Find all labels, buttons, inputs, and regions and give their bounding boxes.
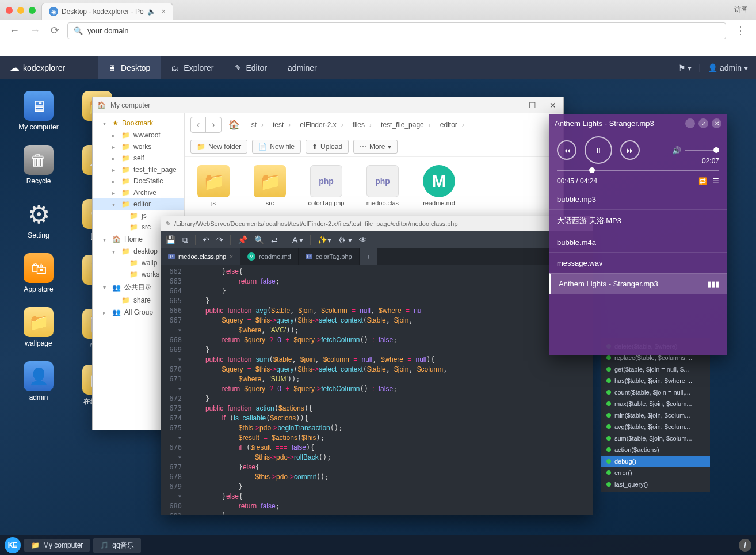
window-close-dot[interactable] bbox=[6, 7, 13, 14]
player-expand-icon[interactable]: ⤢ bbox=[698, 118, 708, 128]
file-item[interactable]: 📁js bbox=[193, 165, 234, 206]
home-icon[interactable]: 🏠 bbox=[225, 119, 243, 130]
breadcrumb-item[interactable]: elFinder-2.x bbox=[295, 121, 348, 129]
sidebar-item[interactable]: ▸📁test_file_page bbox=[93, 164, 184, 175]
window-max-icon[interactable]: ☐ bbox=[522, 101, 543, 110]
undo-icon[interactable]: ↶ bbox=[203, 235, 209, 244]
playlist-item[interactable]: 大话西游 天浴.MP3 bbox=[549, 209, 727, 232]
editor-tab-add[interactable]: ＋ bbox=[360, 248, 377, 265]
chrome-menu-icon[interactable]: ⋮ bbox=[732, 24, 749, 37]
window-close-icon[interactable]: ✕ bbox=[543, 101, 563, 110]
outline-item[interactable]: has($table, $join, $where ... bbox=[601, 375, 710, 386]
file-item[interactable]: 📁src bbox=[249, 165, 291, 206]
save-icon[interactable]: 💾 bbox=[166, 235, 175, 244]
playlist-item[interactable]: message.wav bbox=[549, 252, 727, 273]
prev-button[interactable]: ⏮ bbox=[557, 140, 576, 160]
volume-icon[interactable]: 🔊 bbox=[672, 146, 681, 155]
editor-tab[interactable]: Mreadme.md bbox=[240, 248, 299, 265]
search-icon[interactable]: 🔍 bbox=[254, 235, 264, 244]
playlist-item[interactable]: bubble.mp3 bbox=[549, 189, 727, 209]
back-button[interactable]: ← bbox=[7, 25, 22, 37]
outline-item[interactable]: error() bbox=[601, 467, 710, 479]
user-menu[interactable]: 👤 admin ▾ bbox=[708, 63, 748, 72]
editor-tab[interactable]: Pmedoo.class.php× bbox=[161, 248, 240, 265]
brand[interactable]: ☁ kodexplorer bbox=[0, 62, 98, 74]
breadcrumb-item[interactable]: test bbox=[268, 121, 295, 129]
tab-close-icon[interactable]: × bbox=[162, 7, 166, 16]
seek-slider[interactable] bbox=[557, 170, 719, 171]
outline-item[interactable]: debug() bbox=[601, 456, 710, 467]
playlist-icon[interactable]: ☰ bbox=[713, 177, 719, 185]
wand-icon[interactable]: ✨▾ bbox=[318, 235, 331, 244]
pin-icon[interactable]: 📌 bbox=[238, 235, 247, 244]
info-icon[interactable]: i bbox=[739, 539, 751, 552]
sidebar-item[interactable]: ▸📁self bbox=[93, 152, 184, 164]
redo-icon[interactable]: ↷ bbox=[216, 235, 223, 244]
crumb-forward-button[interactable]: › bbox=[205, 117, 220, 132]
breadcrumb-item[interactable]: editor bbox=[436, 121, 469, 129]
taskbar-item-mycomputer[interactable]: 📁 My computer bbox=[24, 539, 90, 552]
desktop-icon[interactable]: 📁wallpage bbox=[13, 307, 64, 347]
flag-icon[interactable]: ⚑ ▾ bbox=[678, 63, 692, 72]
outline-item[interactable]: max($table, $join, $colum... bbox=[601, 398, 710, 409]
window-min-icon[interactable]: — bbox=[501, 101, 522, 110]
outline-item[interactable]: min($table, $join, $colum... bbox=[601, 409, 710, 421]
file-item[interactable]: Mreadme.md bbox=[418, 165, 460, 206]
desktop-icon[interactable]: 🛍App store bbox=[13, 253, 64, 293]
browser-tab[interactable]: ◉ Desktop - kodexplorer - Po 🔈 × bbox=[41, 3, 173, 20]
fm-titlebar[interactable]: 🏠 My computer — ☐ ✕ bbox=[93, 97, 563, 113]
playlist-item[interactable]: bubble.m4a bbox=[549, 232, 727, 252]
editor-tab[interactable]: PcolorTag.php bbox=[299, 248, 360, 265]
sidebar-item[interactable]: ▾📁editor bbox=[93, 198, 184, 210]
file-item[interactable]: phpmedoo.clas bbox=[362, 165, 403, 206]
nav-adminer[interactable]: adminer bbox=[277, 56, 327, 79]
desktop-icon[interactable]: 🗑Recycle bbox=[13, 145, 64, 185]
sidebar-item[interactable]: ▸📁DocStatic bbox=[93, 175, 184, 187]
sidebar-item[interactable]: ▸📁wwwroot bbox=[93, 129, 184, 141]
outline-item[interactable]: count($table, $join = null,... bbox=[601, 386, 710, 398]
outline-item[interactable]: get($table, $join = null, $... bbox=[601, 363, 710, 375]
next-button[interactable]: ⏭ bbox=[620, 140, 640, 160]
outline-item[interactable]: avg($table, $join, $colum... bbox=[601, 421, 710, 432]
more-button[interactable]: ⋯ More ▾ bbox=[353, 140, 398, 154]
volume-slider[interactable] bbox=[685, 150, 719, 151]
crumb-back-button[interactable]: ‹ bbox=[191, 117, 205, 132]
play-pause-button[interactable]: ⏸ bbox=[585, 136, 612, 164]
taskbar-item-qqmusic[interactable]: 🎵 qq音乐 bbox=[93, 538, 140, 553]
nav-desktop[interactable]: 🖥Desktop bbox=[98, 56, 161, 79]
gear-icon[interactable]: ⚙ ▾ bbox=[338, 235, 352, 244]
desktop-icon[interactable]: 👤admin bbox=[13, 361, 64, 401]
window-min-dot[interactable] bbox=[17, 7, 24, 14]
copy-icon[interactable]: ⧉ bbox=[182, 235, 188, 245]
player-min-icon[interactable]: – bbox=[685, 118, 695, 128]
new-folder-button[interactable]: 📁 New folder bbox=[190, 140, 247, 154]
file-item[interactable]: phpcolorTag.php bbox=[306, 165, 347, 206]
nav-explorer[interactable]: 🗂Explorer bbox=[161, 56, 224, 79]
upload-button[interactable]: ⬆ Upload bbox=[306, 140, 349, 154]
outline-item[interactable]: last_query() bbox=[601, 479, 710, 490]
breadcrumb-item[interactable]: st bbox=[247, 121, 268, 129]
address-bar[interactable]: 🔍 your domain bbox=[67, 22, 726, 39]
repeat-icon[interactable]: 🔁 bbox=[698, 177, 707, 185]
breadcrumb-item[interactable]: test_file_page bbox=[376, 121, 436, 129]
window-max-dot[interactable] bbox=[29, 7, 36, 14]
outline-item[interactable]: sum($table, $join, $colum... bbox=[601, 432, 710, 444]
tab-audio-icon[interactable]: 🔈 bbox=[147, 7, 156, 16]
guest-label[interactable]: 访客 bbox=[734, 5, 748, 14]
new-file-button[interactable]: 📄 New file bbox=[252, 140, 301, 154]
reload-button[interactable]: ⟳ bbox=[48, 24, 62, 37]
playlist-item[interactable]: Anthem Lights - Stranger.mp3▮▮▮ bbox=[549, 273, 727, 294]
sidebar-bookmark-header[interactable]: ▾★ Bookmark bbox=[93, 117, 184, 129]
taskbar-logo[interactable]: KE bbox=[5, 537, 21, 553]
eye-icon[interactable]: 👁 bbox=[359, 235, 367, 244]
desktop-icon[interactable]: ⚙Setting bbox=[13, 199, 64, 239]
breadcrumb-item[interactable]: files bbox=[348, 121, 376, 129]
sidebar-item[interactable]: ▸📁works bbox=[93, 141, 184, 152]
nav-editor[interactable]: ✎Editor bbox=[224, 56, 278, 79]
font-icon[interactable]: A ▾ bbox=[292, 235, 303, 244]
player-close-icon[interactable]: ✕ bbox=[712, 118, 721, 128]
desktop-icon[interactable]: 🖥My computer bbox=[13, 91, 64, 131]
forward-button[interactable]: → bbox=[28, 25, 43, 37]
sidebar-item[interactable]: ▸📁Archive bbox=[93, 187, 184, 198]
outline-item[interactable]: action($actions) bbox=[601, 444, 710, 456]
